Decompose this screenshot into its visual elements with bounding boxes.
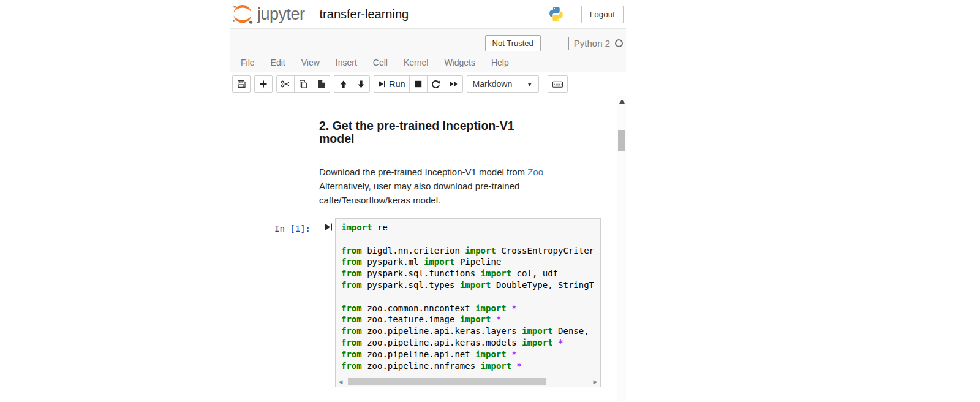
markdown-paragraph: Download the pre-trained Inception-V1 mo… [319, 165, 562, 207]
jupyter-wordmark: jupyter [257, 5, 305, 24]
menu-cell[interactable]: Cell [365, 54, 396, 71]
move-cell-down-button[interactable] [352, 75, 370, 93]
menu-view[interactable]: View [293, 54, 328, 71]
move-up-icon [339, 80, 348, 89]
cut-cell-button[interactable] [276, 75, 295, 93]
notebook-title[interactable]: transfer-learning [320, 7, 409, 21]
python-logo-icon [548, 6, 564, 22]
copy-icon [298, 79, 308, 89]
menu-widgets[interactable]: Widgets [436, 54, 483, 71]
page-vertical-scrollbar[interactable] [617, 96, 626, 401]
move-down-icon [356, 80, 366, 89]
trust-row: Not Trusted Python 2 [230, 29, 626, 52]
cell-type-dropdown[interactable]: Markdown ▼ [467, 75, 539, 93]
code-horizontal-scrollbar[interactable]: ◀ ▶ [336, 376, 600, 387]
keyboard-icon [552, 80, 564, 89]
interrupt-kernel-button[interactable] [409, 75, 428, 93]
zoo-link[interactable]: Zoo [527, 167, 543, 177]
restart-icon [431, 80, 440, 89]
menubar-container: Not Trusted Python 2 File Edit View Inse… [230, 28, 626, 72]
paste-icon [316, 79, 326, 89]
horizontal-scroll-thumb[interactable] [348, 378, 546, 385]
kernel-divider [568, 37, 569, 50]
markdown-heading: 2. Get the pre-trained Inception-V1 mode… [319, 119, 535, 145]
menubar: File Edit View Insert Cell Kernel Widget… [230, 52, 626, 72]
menu-kernel[interactable]: Kernel [396, 54, 436, 71]
jupyter-logo[interactable]: jupyter [232, 3, 305, 25]
save-icon [236, 79, 246, 89]
paragraph-text-after-link: Alternatively, user may also download pr… [319, 181, 519, 205]
logout-button[interactable]: Logout [581, 6, 624, 23]
main-toolbar: Run Markdow [230, 72, 626, 96]
horizontal-scroll-track[interactable] [345, 377, 590, 385]
command-palette-button[interactable] [548, 75, 568, 93]
fast-forward-icon [449, 80, 458, 88]
scroll-up-arrow-icon[interactable] [617, 97, 626, 105]
header: jupyter transfer-learning Logout [230, 0, 626, 28]
save-button[interactable] [232, 75, 251, 93]
copy-cell-button[interactable] [294, 75, 312, 93]
run-this-cell-icon[interactable] [324, 222, 333, 232]
add-cell-button[interactable] [254, 75, 273, 93]
run-cell-button[interactable]: Run [374, 75, 410, 93]
cut-icon [281, 79, 290, 89]
menu-insert[interactable]: Insert [328, 54, 365, 71]
scroll-left-arrow-icon[interactable]: ◀ [336, 379, 345, 385]
chevron-down-icon: ▼ [527, 81, 533, 88]
jupyter-logo-icon [232, 3, 254, 25]
menu-edit[interactable]: Edit [263, 54, 293, 71]
jupyter-notebook-app: jupyter transfer-learning Logout Not Tru… [230, 0, 626, 402]
code-lines: import re from bigdl.nn.criterion import… [336, 219, 600, 371]
kernel-name: Python 2 [574, 38, 610, 48]
paragraph-text-before-link: Download the pre-trained Inception-V1 mo… [319, 167, 527, 177]
add-cell-icon [258, 79, 268, 89]
paste-cell-button[interactable] [312, 75, 330, 93]
vertical-scroll-thumb[interactable] [618, 130, 625, 151]
run-icon [378, 80, 386, 88]
notebook-container: 2. Get the pre-trained Inception-V1 mode… [230, 96, 626, 401]
run-button-label: Run [389, 79, 405, 89]
scroll-right-arrow-icon[interactable]: ▶ [590, 379, 600, 385]
restart-kernel-button[interactable] [427, 75, 445, 93]
stop-icon [414, 80, 423, 88]
move-cell-up-button[interactable] [334, 75, 352, 93]
trust-status-button[interactable]: Not Trusted [485, 35, 541, 51]
kernel-idle-indicator-icon [615, 39, 623, 47]
menu-file[interactable]: File [233, 54, 263, 71]
menu-help[interactable]: Help [483, 54, 517, 71]
restart-run-all-button[interactable] [445, 75, 463, 93]
input-prompt: In [1]: [274, 224, 311, 233]
code-input-area[interactable]: import re from bigdl.nn.criterion import… [335, 218, 601, 387]
cell-type-selected: Markdown [473, 79, 513, 89]
